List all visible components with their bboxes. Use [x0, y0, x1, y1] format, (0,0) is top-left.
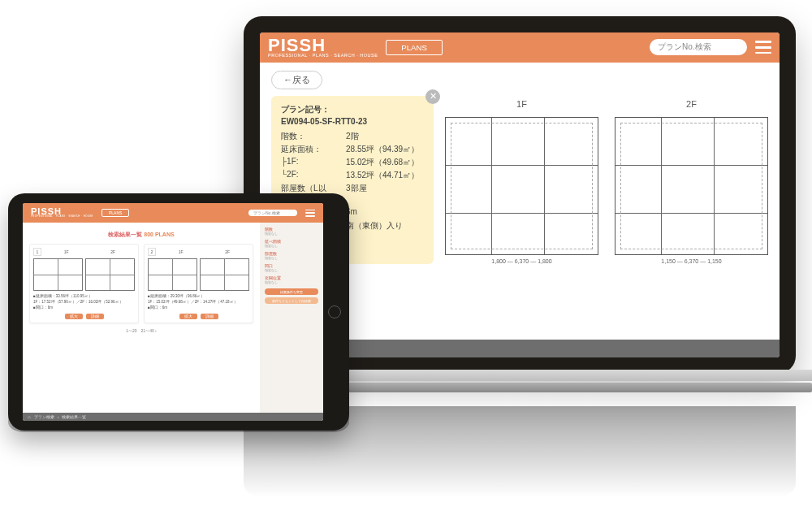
floorplan-thumb[interactable] [33, 258, 83, 291]
card-number: 1 [33, 248, 41, 256]
brand-logo[interactable]: PISSH PROFESSIONAL · PLANS · SEARCH · HO… [268, 37, 378, 58]
floor-dims: 1,150 — 6,370 — 1,150 [615, 258, 768, 264]
close-icon[interactable]: ✕ [425, 89, 440, 104]
reset-filters-button[interactable]: 条件をリセットして再検索 [265, 297, 318, 304]
floorplan-1f-image[interactable] [445, 117, 598, 255]
result-card[interactable]: 1 1F 2F ■延床面積：33.56坪（110.95㎡） 1F：17.52坪（… [29, 244, 139, 323]
app-header: PISSH PROFESSIONAL · PLANS · SEARCH · HO… [23, 203, 323, 223]
card-meta: ■延床面積：29.30坪（96.86㎡） 1F：15.02坪（49.68㎡）／2… [148, 294, 249, 310]
app-header: PISSH PROFESSIONAL · PLANS · SEARCH · HO… [260, 32, 780, 63]
card-number: 2 [148, 248, 156, 256]
card-meta: ■延床面積：33.56坪（110.95㎡） 1F：17.52坪（57.90㎡）／… [33, 294, 135, 310]
floorplan-thumb[interactable] [200, 258, 249, 291]
results-title: 検索結果一覧 800 PLANS [29, 231, 253, 239]
floorplan-thumb[interactable] [148, 258, 197, 291]
floorplan-thumb[interactable] [85, 258, 135, 291]
menu-icon[interactable] [305, 210, 315, 217]
detail-button[interactable]: 詳細 [86, 314, 104, 319]
plan-code: EW094-05-SF-RTT0-23 [281, 117, 424, 126]
tablet-screen: PISSH PROFESSIONAL · PLANS · SEARCH · HO… [23, 203, 323, 421]
menu-icon[interactable] [755, 41, 771, 54]
brand-logo[interactable]: PISSH PROFESSIONAL · PLANS · SEARCH · HO… [31, 208, 93, 218]
result-card[interactable]: 2 1F 2F ■延床面積：29.30坪（96.86㎡） 1F：15.02坪（4… [144, 244, 253, 323]
tablet-home-button[interactable] [328, 305, 341, 318]
home-icon[interactable]: ⌂ [28, 414, 31, 419]
info-title: プラン記号： [281, 104, 424, 115]
floorplan-2f-image[interactable] [615, 117, 768, 255]
filter-sidebar: 階数指定なし 延べ面積指定なし 部屋数指定なし 間口指定なし 玄関位置指定なし … [260, 223, 323, 413]
plans-nav-button[interactable]: PLANS [102, 209, 129, 217]
pagination[interactable]: 1〜20 21〜40 › [29, 328, 253, 333]
floor-1f: 1F 1,800 — 6,370 — 1,800 [445, 99, 598, 264]
tablet-breadcrumb: ⌂ プラン検索 › 検索結果一覧 [23, 413, 323, 421]
back-button[interactable]: ←戻る [271, 71, 322, 89]
expand-button[interactable]: 拡大 [179, 314, 197, 319]
detail-button[interactable]: 詳細 [201, 314, 218, 319]
floorplan-area: 1F 1,800 — 6,370 — 1,800 2F 1,150 — 6,37… [445, 96, 768, 264]
logo-text: PISSH [268, 37, 378, 54]
floor-dims: 1,800 — 6,370 — 1,800 [445, 258, 598, 264]
expand-button[interactable]: 拡大 [65, 314, 83, 319]
results-area: 検索結果一覧 800 PLANS 1 1F 2F [23, 223, 260, 413]
search-input[interactable]: プランNo.検索 [650, 39, 747, 55]
floor-2f: 2F 1,150 — 6,370 — 1,150 [615, 99, 768, 264]
plans-nav-button[interactable]: PLANS [386, 40, 442, 55]
change-filters-button[interactable]: 検索条件を変更 [265, 288, 318, 295]
tablet-device: PISSH PROFESSIONAL · PLANS · SEARCH · HO… [8, 193, 349, 431]
floor-label: 2F [615, 99, 768, 109]
search-input[interactable]: プランNo.検索 [248, 210, 297, 216]
floor-label: 1F [445, 99, 598, 109]
logo-tagline: PROFESSIONAL · PLANS · SEARCH · HOUSE [268, 54, 378, 58]
